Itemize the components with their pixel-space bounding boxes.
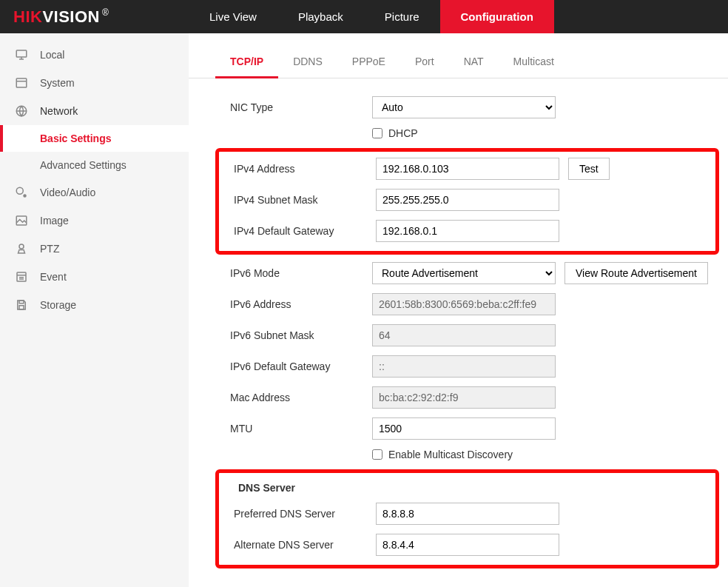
sidebar-item-system[interactable]: System xyxy=(0,69,189,97)
subtab-port[interactable]: Port xyxy=(400,50,449,78)
monitor-icon xyxy=(13,47,30,63)
ipv6-subnet-mask-label: IPv6 Subnet Mask xyxy=(230,329,372,341)
svg-rect-16 xyxy=(19,306,24,309)
sidebar-item-event[interactable]: Event xyxy=(0,263,189,291)
sidebar-label-basic-settings: Basic Settings xyxy=(40,133,111,144)
subtab-multicast[interactable]: Multicast xyxy=(499,50,569,78)
subtab-ddns[interactable]: DDNS xyxy=(278,50,337,78)
sidebar-sub-basic-settings[interactable]: Basic Settings xyxy=(0,125,189,152)
alternate-dns-input[interactable] xyxy=(376,534,559,556)
sidebar-item-network[interactable]: Network xyxy=(0,97,189,125)
brand-logo: HIKVISION® xyxy=(0,0,189,33)
ipv4-highlight-group: IPv4 Address Test IPv4 Subnet Mask IPv4 … xyxy=(215,148,719,255)
sidebar-label-event: Event xyxy=(40,271,67,283)
subtabs: TCP/IP DDNS PPPoE Port NAT Multicast xyxy=(189,33,728,78)
alternate-dns-label: Alternate DNS Server xyxy=(234,539,376,551)
mac-address-input xyxy=(372,386,556,409)
ipv6-address-label: IPv6 Address xyxy=(230,298,372,310)
nav-picture[interactable]: Picture xyxy=(364,0,440,33)
dns-highlight-group: DNS Server Preferred DNS Server Alternat… xyxy=(215,469,719,568)
svg-point-7 xyxy=(16,187,23,194)
dhcp-label: DHCP xyxy=(388,127,418,139)
sidebar-item-storage[interactable]: Storage xyxy=(0,291,189,319)
mtu-label: MTU xyxy=(230,423,372,435)
nav-configuration[interactable]: Configuration xyxy=(440,0,554,33)
image-icon xyxy=(13,212,30,229)
svg-rect-0 xyxy=(16,50,27,57)
subtab-nat[interactable]: NAT xyxy=(449,50,499,78)
brand-vision: VISION xyxy=(42,7,100,27)
sidebar-item-image[interactable]: Image xyxy=(0,207,189,235)
sidebar-sub-advanced-settings[interactable]: Advanced Settings xyxy=(0,152,189,178)
sidebar-label-system: System xyxy=(40,77,75,89)
sidebar-label-image: Image xyxy=(40,215,69,227)
sidebar-label-local: Local xyxy=(40,49,64,61)
ipv6-mode-select[interactable]: Route Advertisement xyxy=(372,262,556,284)
sidebar-label-storage: Storage xyxy=(40,299,76,311)
subtab-pppoe[interactable]: PPPoE xyxy=(337,50,400,78)
nav-playback[interactable]: Playback xyxy=(277,0,364,33)
test-button[interactable]: Test xyxy=(568,158,610,180)
ipv4-subnet-mask-label: IPv4 Subnet Mask xyxy=(234,194,376,206)
brand-reg: ® xyxy=(102,7,109,18)
sidebar-label-video-audio: Video/Audio xyxy=(40,187,95,198)
subtab-tcpip[interactable]: TCP/IP xyxy=(215,50,278,78)
preferred-dns-input[interactable] xyxy=(376,503,559,525)
ptz-icon xyxy=(13,241,30,257)
mac-address-label: Mac Address xyxy=(230,392,372,403)
sidebar-label-ptz: PTZ xyxy=(40,243,59,255)
multicast-discovery-checkbox[interactable] xyxy=(372,449,382,460)
nic-type-label: NIC Type xyxy=(230,101,372,113)
ipv4-subnet-mask-input[interactable] xyxy=(376,189,559,211)
mtu-input[interactable] xyxy=(372,417,556,440)
video-audio-icon xyxy=(13,184,30,201)
event-icon xyxy=(13,269,30,285)
sidebar-label-network: Network xyxy=(40,105,78,117)
system-icon xyxy=(13,75,30,91)
multicast-discovery-label: Enable Multicast Discovery xyxy=(388,449,513,460)
svg-rect-3 xyxy=(16,78,27,87)
dns-section-title: DNS Server xyxy=(219,479,715,503)
ipv6-address-input xyxy=(372,293,556,315)
top-bar: HIKVISION® Live View Playback Picture Co… xyxy=(0,0,728,33)
ipv6-gateway-input xyxy=(372,355,556,378)
nic-type-select[interactable]: Auto xyxy=(372,96,556,118)
svg-point-8 xyxy=(23,194,27,198)
nav-live-view[interactable]: Live View xyxy=(189,0,277,33)
preferred-dns-label: Preferred DNS Server xyxy=(234,508,376,520)
svg-rect-15 xyxy=(19,301,24,303)
globe-icon xyxy=(13,103,30,119)
view-route-advert-button[interactable]: View Route Advertisement xyxy=(564,262,708,284)
ipv6-gateway-label: IPv6 Default Gateway xyxy=(230,360,372,372)
sidebar-item-ptz[interactable]: PTZ xyxy=(0,235,189,263)
brand-hik: HIK xyxy=(13,7,42,27)
sidebar-item-video-audio[interactable]: Video/Audio xyxy=(0,178,189,207)
ipv6-mode-label: IPv6 Mode xyxy=(230,267,372,279)
sidebar-label-advanced-settings: Advanced Settings xyxy=(40,159,127,171)
dhcp-checkbox[interactable] xyxy=(372,128,382,138)
ipv4-address-label: IPv4 Address xyxy=(234,163,376,175)
content-area: TCP/IP DDNS PPPoE Port NAT Multicast NIC… xyxy=(189,33,728,587)
top-nav: Live View Playback Picture Configuration xyxy=(189,0,728,33)
ipv4-gateway-label: IPv4 Default Gateway xyxy=(234,225,376,237)
ipv4-gateway-input[interactable] xyxy=(376,220,559,242)
tcpip-form: NIC Type Auto DHCP IPv4 Address xyxy=(189,78,728,587)
svg-point-10 xyxy=(19,244,24,249)
save-icon xyxy=(13,297,30,313)
ipv4-address-input[interactable] xyxy=(376,158,559,180)
ipv6-subnet-mask-input xyxy=(372,324,556,346)
sidebar: Local System Network Basic Settings Adva… xyxy=(0,33,189,587)
sidebar-item-local[interactable]: Local xyxy=(0,41,189,69)
